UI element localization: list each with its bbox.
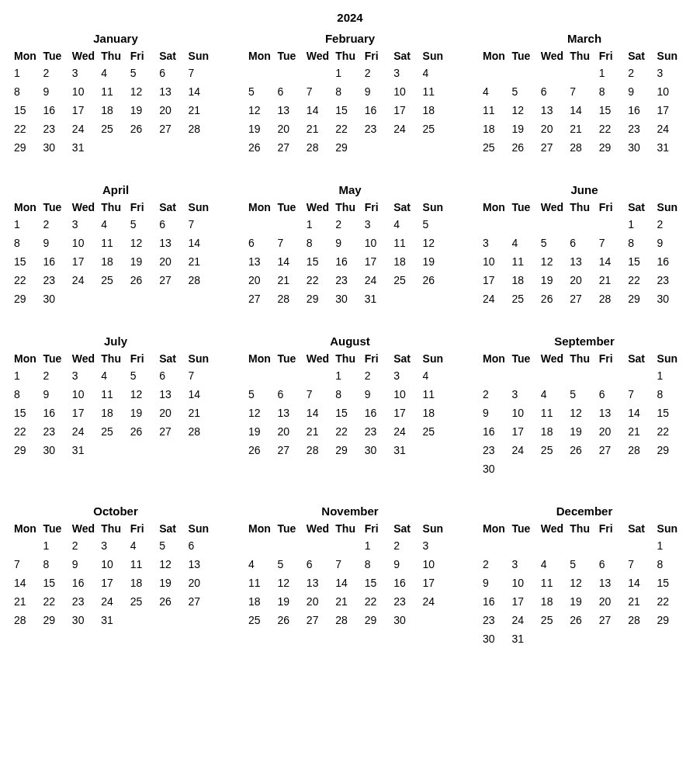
day-cell: 28 [628,444,657,458]
dow-header: Tue [277,352,306,365]
day-cell: 3 [72,369,101,383]
dow-header: Wed [541,50,570,62]
day-cell: 18 [541,425,570,439]
day-cell: 28 [335,614,364,628]
day-cell: 23 [43,123,71,137]
day-cell: 24 [72,274,101,288]
day-cell: 31 [511,633,540,646]
day-cell: 25 [101,425,130,439]
day-cell-empty [541,539,570,553]
month-title: July [14,335,217,348]
day-cell: 31 [393,444,422,458]
day-cell: 28 [277,293,306,307]
day-cell: 10 [72,237,101,251]
dow-header: Fri [599,522,628,535]
day-cell: 21 [189,255,217,269]
day-cell: 1 [365,539,393,553]
day-cell: 27 [277,444,306,458]
day-cell: 11 [130,558,159,572]
dow-header: Wed [541,522,570,535]
day-cell: 19 [159,577,188,591]
day-cell-empty [248,67,277,81]
dow-header: Tue [277,50,306,62]
day-cell: 25 [393,274,422,288]
day-cell: 2 [335,218,364,232]
day-cell: 8 [657,558,686,572]
day-cell: 22 [657,595,686,609]
dow-header: Sat [628,522,657,535]
day-cell: 23 [483,614,511,628]
dow-header: Sun [657,352,686,365]
day-cell: 25 [423,123,452,137]
day-cell: 11 [101,85,130,99]
day-cell: 1 [307,218,335,232]
day-cell: 23 [43,425,71,439]
day-cell: 2 [43,218,71,232]
day-cell: 5 [248,388,277,402]
day-cell: 24 [365,274,393,288]
day-cell: 12 [130,237,159,251]
day-cell: 1 [335,67,364,81]
day-cell: 27 [159,425,188,439]
month-title: November [248,504,452,518]
dow-header: Wed [72,201,101,213]
dow-header: Sat [393,50,422,62]
day-cell: 15 [307,255,335,269]
day-cell: 3 [365,218,393,232]
day-cell: 9 [43,388,71,402]
day-cell: 20 [277,425,306,439]
day-cell: 4 [130,539,159,553]
day-cell: 9 [43,237,71,251]
day-cell: 4 [423,369,452,383]
year-grid: JanuaryMonTueWedThuFriSatSun123456789101… [14,32,686,646]
day-cell: 29 [365,614,393,628]
day-cell: 18 [423,104,452,118]
day-cell: 1 [14,369,43,383]
day-cell: 7 [599,237,628,251]
day-cell: 15 [599,104,628,118]
day-cell: 4 [248,558,277,572]
day-cell: 8 [14,237,43,251]
day-cell: 30 [365,444,393,458]
day-cell: 15 [657,577,686,591]
day-cell: 24 [72,425,101,439]
dow-header: Thu [570,352,598,365]
day-cell: 6 [599,558,628,572]
day-cell: 27 [599,614,628,628]
day-cell-empty [628,369,657,383]
day-cell: 16 [628,104,657,118]
week-grid: MonTueWedThuFriSatSun1234567891011121314… [14,201,217,307]
day-cell: 25 [101,274,130,288]
day-cell: 6 [189,539,217,553]
day-cell-empty [541,369,570,383]
day-cell: 10 [365,237,393,251]
day-cell: 24 [72,123,101,137]
dow-header: Mon [483,352,511,365]
day-cell: 21 [628,425,657,439]
day-cell: 6 [277,388,306,402]
day-cell: 3 [101,539,130,553]
dow-header: Fri [130,352,159,365]
day-cell: 14 [14,577,43,591]
month-title: September [483,335,686,348]
dow-header: Sun [189,522,217,535]
day-cell: 12 [570,577,598,591]
day-cell: 26 [130,425,159,439]
day-cell: 21 [307,123,335,137]
day-cell: 22 [14,123,43,137]
dow-header: Thu [335,352,364,365]
day-cell: 20 [541,123,570,137]
day-cell: 19 [423,255,452,269]
dow-header: Sun [189,50,217,62]
day-cell: 22 [14,425,43,439]
day-cell: 18 [101,104,130,118]
day-cell: 11 [423,388,452,402]
dow-header: Sat [628,201,657,213]
dow-header: Thu [101,50,130,62]
dow-header: Thu [570,50,598,62]
dow-header: Thu [335,201,364,213]
dow-header: Fri [599,201,628,213]
day-cell: 5 [130,218,159,232]
day-cell: 19 [570,425,598,439]
dow-header: Wed [307,522,335,535]
